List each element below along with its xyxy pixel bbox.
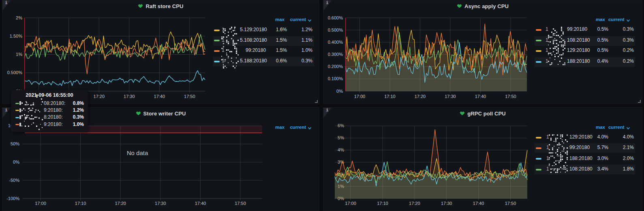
svg-text:17:30: 17:30	[445, 94, 456, 99]
svg-text:0.200%: 0.200%	[328, 64, 343, 69]
svg-text:0.600%: 0.600%	[328, 15, 343, 20]
svg-text:17:40: 17:40	[475, 94, 486, 99]
svg-text:17:00: 17:00	[354, 94, 366, 99]
svg-text:0.500%: 0.500%	[328, 28, 343, 32]
svg-text:17:10: 17:10	[384, 94, 396, 99]
svg-text:No data: No data	[127, 149, 148, 156]
svg-text:17:10: 17:10	[75, 201, 86, 206]
svg-text:17:10: 17:10	[377, 201, 388, 206]
svg-text:6%: 6%	[338, 123, 344, 128]
svg-text:0.400%: 0.400%	[328, 40, 343, 45]
svg-text:17:40: 17:40	[473, 201, 484, 206]
svg-text:0%: 0%	[336, 89, 343, 94]
svg-text:17:50: 17:50	[184, 94, 195, 99]
svg-text:0.300%: 0.300%	[328, 52, 343, 57]
svg-text:1%: 1%	[16, 52, 22, 57]
svg-text:17:50: 17:50	[505, 94, 516, 99]
svg-text:0%: 0%	[13, 160, 19, 164]
svg-text:17:20: 17:20	[409, 201, 420, 206]
svg-text:17:30: 17:30	[155, 201, 166, 206]
svg-text:17:20: 17:20	[94, 94, 105, 99]
svg-text:17:50: 17:50	[505, 201, 516, 206]
svg-text:4%: 4%	[338, 147, 344, 152]
svg-text:2%: 2%	[16, 15, 22, 20]
svg-text:-100%: -100%	[6, 196, 19, 201]
svg-text:17:50: 17:50	[235, 201, 246, 206]
svg-text:17:40: 17:40	[154, 94, 165, 99]
svg-text:17:20: 17:20	[415, 94, 426, 99]
svg-text:17:30: 17:30	[441, 201, 452, 206]
svg-text:17:20: 17:20	[115, 201, 126, 206]
svg-text:-50%: -50%	[9, 178, 19, 183]
svg-text:0.100%: 0.100%	[328, 76, 343, 81]
svg-text:17:30: 17:30	[124, 94, 135, 99]
svg-text:5%: 5%	[338, 135, 344, 140]
svg-text:17:00: 17:00	[35, 201, 46, 206]
svg-text:17:00: 17:00	[345, 201, 356, 206]
svg-text:0.500%: 0.500%	[7, 70, 23, 75]
svg-text:17:40: 17:40	[195, 201, 206, 206]
svg-text:50%: 50%	[11, 141, 19, 146]
svg-text:1.50%: 1.50%	[10, 34, 22, 38]
